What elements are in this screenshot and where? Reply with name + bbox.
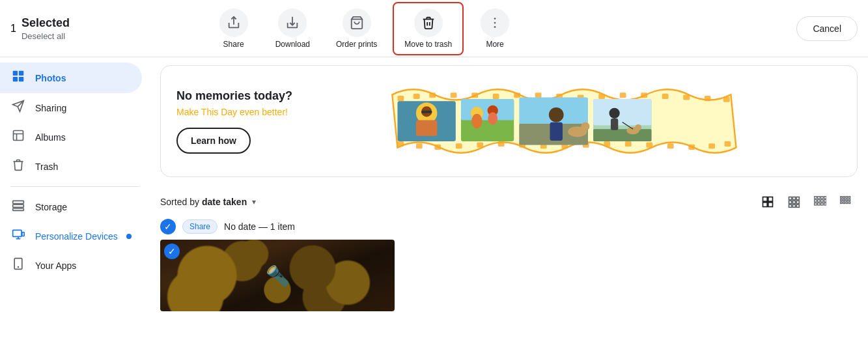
svg-rect-88 (789, 201, 792, 203)
svg-rect-23 (413, 94, 420, 99)
svg-rect-49 (604, 141, 610, 147)
svg-rect-40 (416, 143, 423, 148)
main-layout: Photos Sharing Albums Trash (0, 57, 868, 351)
order-prints-icon (343, 8, 371, 37)
order-prints-label: Order prints (336, 40, 377, 49)
download-button[interactable]: Download (265, 3, 320, 54)
notification-dot (126, 234, 132, 239)
svg-point-66 (488, 112, 497, 125)
sidebar-item-sharing[interactable]: Sharing (0, 93, 142, 122)
svg-rect-113 (848, 199, 850, 201)
sort-selector[interactable]: Sorted by date taken ▾ (160, 197, 256, 207)
svg-rect-82 (768, 197, 773, 202)
svg-rect-117 (848, 202, 850, 204)
svg-rect-38 (723, 97, 730, 102)
photos-section: ✓ Share No date — 1 item ✓ 🔦 (150, 219, 868, 311)
banner-title: No memories today? (176, 89, 292, 103)
sharing-icon (10, 100, 26, 116)
svg-rect-35 (662, 94, 669, 99)
svg-rect-106 (841, 197, 843, 199)
view-small-button[interactable] (808, 190, 832, 214)
svg-rect-8 (13, 77, 18, 81)
sidebar-item-personalize-devices[interactable]: Personalize Devices (0, 221, 142, 251)
banner-subtitle: Make This Day even better! (176, 107, 292, 117)
svg-rect-97 (824, 197, 826, 199)
svg-rect-37 (705, 96, 711, 101)
svg-rect-109 (848, 197, 850, 199)
svg-rect-54 (708, 143, 715, 148)
svg-rect-36 (683, 94, 690, 100)
albums-label: Albums (35, 132, 66, 143)
learn-how-button[interactable]: Learn how (176, 128, 251, 154)
svg-rect-7 (19, 71, 23, 76)
svg-rect-116 (846, 202, 848, 204)
sort-field: date taken (202, 197, 247, 207)
more-button[interactable]: More (469, 3, 521, 54)
move-to-trash-label: Move to trash (404, 40, 452, 49)
share-button[interactable]: Share (208, 3, 260, 54)
svg-rect-77 (611, 119, 618, 130)
svg-rect-98 (815, 200, 817, 202)
share-label: Share (223, 40, 244, 49)
more-label: More (486, 40, 503, 49)
svg-rect-60 (421, 111, 432, 113)
share-badge[interactable]: Share (182, 219, 217, 234)
photo-check-icon[interactable]: ✓ (164, 244, 180, 259)
svg-rect-86 (792, 197, 795, 200)
more-icon (481, 8, 509, 37)
svg-rect-52 (667, 143, 674, 148)
svg-rect-53 (688, 145, 695, 150)
svg-rect-26 (471, 92, 478, 98)
photo-grid: ✓ 🔦 (160, 240, 858, 311)
deselect-all-button[interactable]: Deselect all (21, 31, 70, 41)
svg-rect-101 (824, 200, 826, 202)
sidebar-item-photos[interactable]: Photos (0, 63, 142, 93)
view-medium-button[interactable] (782, 190, 805, 214)
svg-rect-94 (815, 197, 817, 199)
trash-nav-icon (10, 158, 26, 175)
svg-rect-99 (818, 200, 820, 202)
svg-rect-55 (725, 141, 731, 147)
download-icon (278, 8, 307, 37)
cancel-button[interactable]: Cancel (796, 16, 858, 41)
selected-indicator: 1 Selected Deselect all (10, 16, 70, 41)
svg-rect-114 (841, 202, 843, 204)
svg-rect-100 (821, 200, 823, 202)
sidebar-item-trash[interactable]: Trash (0, 152, 142, 181)
svg-point-5 (494, 26, 496, 28)
sort-prefix: Sorted by (160, 197, 199, 207)
svg-rect-14 (13, 204, 24, 207)
svg-rect-29 (535, 92, 542, 98)
svg-rect-33 (620, 92, 626, 98)
photo-thumbnail[interactable]: ✓ 🔦 (160, 240, 395, 311)
svg-rect-111 (843, 199, 845, 201)
sidebar-item-your-apps[interactable]: Your Apps (0, 251, 142, 280)
svg-rect-13 (13, 201, 24, 203)
svg-rect-104 (821, 203, 823, 205)
svg-rect-50 (625, 141, 632, 147)
move-to-trash-button[interactable]: Move to trash (393, 2, 464, 55)
svg-rect-96 (821, 197, 823, 199)
svg-rect-105 (824, 203, 826, 205)
svg-point-72 (581, 122, 589, 131)
view-tiny-button[interactable] (834, 190, 858, 214)
personalize-devices-icon (10, 228, 26, 244)
date-group-header: ✓ Share No date — 1 item (160, 219, 858, 234)
banner-text: No memories today? Make This Day even be… (176, 89, 292, 154)
trash-icon (414, 8, 443, 37)
svg-rect-24 (429, 92, 436, 98)
svg-rect-89 (792, 201, 795, 203)
svg-rect-83 (763, 203, 768, 207)
svg-rect-74 (593, 99, 651, 126)
svg-rect-103 (818, 203, 820, 205)
group-check-icon[interactable]: ✓ (160, 219, 176, 234)
sidebar-item-storage[interactable]: Storage (0, 192, 142, 221)
film-strip-svg (292, 79, 841, 163)
svg-rect-16 (13, 230, 21, 236)
svg-rect-51 (646, 143, 652, 148)
download-label: Download (275, 40, 310, 49)
sidebar-item-albums[interactable]: Albums (0, 122, 142, 152)
albums-icon (10, 129, 26, 145)
order-prints-button[interactable]: Order prints (326, 3, 387, 54)
view-large-button[interactable] (756, 190, 779, 214)
